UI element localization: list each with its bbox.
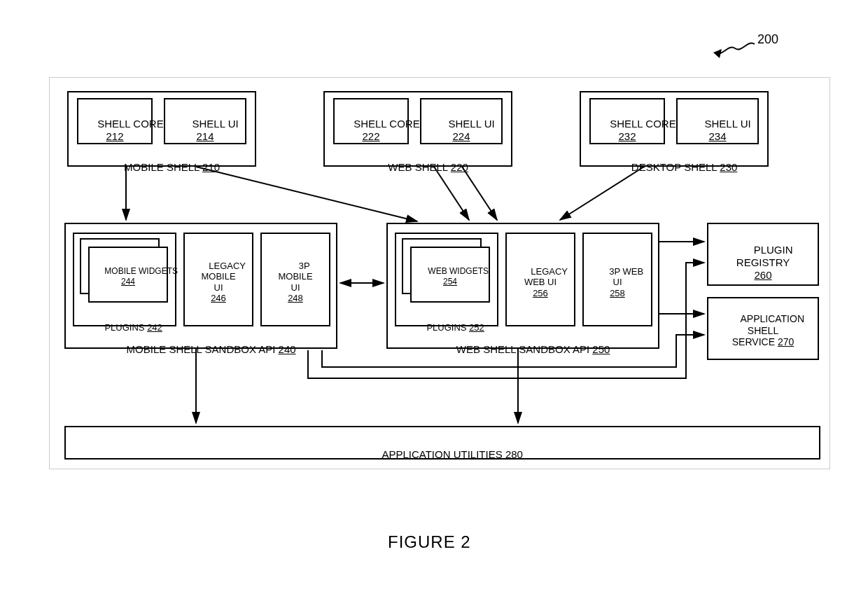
connectors-svg <box>0 0 868 608</box>
svg-line-2 <box>196 167 417 221</box>
svg-line-5 <box>560 167 644 220</box>
svg-line-4 <box>462 167 497 220</box>
svg-line-3 <box>434 167 469 220</box>
diagram-stage: 200 SHELL CORE212 SHELL UI214 MOBILE SHE… <box>0 0 868 608</box>
figure-title: FIGURE 2 <box>388 532 471 552</box>
